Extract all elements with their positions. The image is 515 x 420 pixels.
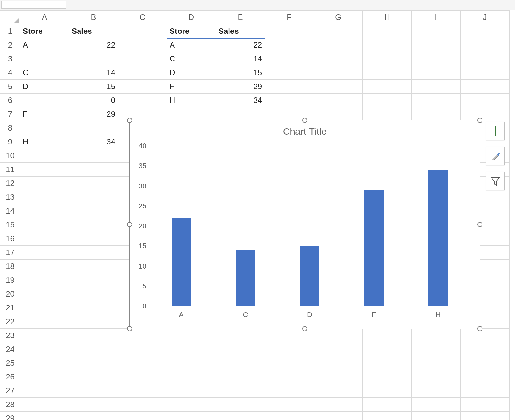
cell-J29[interactable] — [461, 412, 510, 420]
cell-E7[interactable] — [216, 107, 265, 121]
cell-E24[interactable] — [216, 342, 265, 356]
cell-D23[interactable] — [167, 329, 216, 342]
row-header-14[interactable]: 14 — [0, 204, 20, 218]
cell-A11[interactable] — [20, 163, 69, 177]
cell-G4[interactable] — [314, 66, 363, 80]
row-header-7[interactable]: 7 — [0, 107, 20, 121]
cell-A26[interactable] — [20, 370, 69, 384]
cell-A5[interactable]: D — [20, 80, 69, 94]
cell-F24[interactable] — [265, 342, 314, 356]
cell-A10[interactable] — [20, 149, 69, 163]
cell-I24[interactable] — [412, 342, 461, 356]
cell-A22[interactable] — [20, 315, 69, 329]
cell-H3[interactable] — [363, 52, 412, 66]
plot-area[interactable]: 0510152025303540 ACDFH — [149, 146, 470, 306]
cell-H29[interactable] — [363, 412, 412, 420]
cell-F6[interactable] — [265, 94, 314, 107]
cell-I1[interactable] — [412, 24, 461, 38]
column-header-G[interactable]: G — [314, 11, 363, 24]
cell-E25[interactable] — [216, 356, 265, 370]
cell-B11[interactable] — [69, 163, 118, 177]
row-header-2[interactable]: 2 — [0, 38, 20, 52]
cell-F26[interactable] — [265, 370, 314, 384]
resize-handle-n[interactable] — [302, 118, 307, 123]
cell-B2[interactable]: 22 — [69, 38, 118, 52]
cell-B26[interactable] — [69, 370, 118, 384]
cell-A20[interactable] — [20, 287, 69, 301]
cell-J4[interactable] — [461, 66, 510, 80]
cell-B29[interactable] — [69, 412, 118, 420]
cell-A23[interactable] — [20, 329, 69, 342]
cell-G24[interactable] — [314, 342, 363, 356]
cell-H24[interactable] — [363, 342, 412, 356]
cell-B25[interactable] — [69, 356, 118, 370]
cell-D7[interactable] — [167, 107, 216, 121]
cell-D5[interactable]: F — [167, 80, 216, 94]
cell-A19[interactable] — [20, 273, 69, 287]
cell-B18[interactable] — [69, 260, 118, 273]
cell-I7[interactable] — [412, 107, 461, 121]
cell-C26[interactable] — [118, 370, 167, 384]
resize-handle-ne[interactable] — [477, 118, 482, 123]
resize-handle-sw[interactable] — [127, 326, 132, 331]
cell-G2[interactable] — [314, 38, 363, 52]
cell-F2[interactable] — [265, 38, 314, 52]
cell-J2[interactable] — [461, 38, 510, 52]
cell-H23[interactable] — [363, 329, 412, 342]
cell-D1[interactable]: Store — [167, 24, 216, 38]
column-header-B[interactable]: B — [69, 11, 118, 24]
cell-J1[interactable] — [461, 24, 510, 38]
cell-A17[interactable] — [20, 246, 69, 260]
row-header-16[interactable]: 16 — [0, 232, 20, 246]
cell-E1[interactable]: Sales — [216, 24, 265, 38]
row-header-17[interactable]: 17 — [0, 246, 20, 260]
cell-E2[interactable]: 22 — [216, 38, 265, 52]
cell-J28[interactable] — [461, 398, 510, 412]
row-header-9[interactable]: 9 — [0, 135, 20, 149]
row-header-11[interactable]: 11 — [0, 163, 20, 177]
cell-J3[interactable] — [461, 52, 510, 66]
cell-B6[interactable]: 0 — [69, 94, 118, 107]
row-header-26[interactable]: 26 — [0, 370, 20, 384]
row-header-5[interactable]: 5 — [0, 80, 20, 94]
cell-J7[interactable] — [461, 107, 510, 121]
cell-H25[interactable] — [363, 356, 412, 370]
cell-B7[interactable]: 29 — [69, 107, 118, 121]
cell-I4[interactable] — [412, 66, 461, 80]
cell-C5[interactable] — [118, 80, 167, 94]
cell-B19[interactable] — [69, 273, 118, 287]
cell-H4[interactable] — [363, 66, 412, 80]
row-header-23[interactable]: 23 — [0, 329, 20, 342]
column-header-F[interactable]: F — [265, 11, 314, 24]
row-header-1[interactable]: 1 — [0, 24, 20, 38]
cell-B13[interactable] — [69, 190, 118, 204]
cell-B8[interactable] — [69, 121, 118, 135]
cell-A8[interactable] — [20, 121, 69, 135]
row-header-29[interactable]: 29 — [0, 412, 20, 420]
cell-A25[interactable] — [20, 356, 69, 370]
cell-F29[interactable] — [265, 412, 314, 420]
cell-G7[interactable] — [314, 107, 363, 121]
cell-J6[interactable] — [461, 94, 510, 107]
column-header-A[interactable]: A — [20, 11, 69, 24]
cell-D29[interactable] — [167, 412, 216, 420]
cell-B17[interactable] — [69, 246, 118, 260]
cell-A13[interactable] — [20, 190, 69, 204]
cell-B21[interactable] — [69, 301, 118, 315]
cell-I25[interactable] — [412, 356, 461, 370]
row-header-13[interactable]: 13 — [0, 190, 20, 204]
column-header-I[interactable]: I — [412, 11, 461, 24]
chart-styles-button[interactable] — [486, 147, 505, 165]
row-header-6[interactable]: 6 — [0, 94, 20, 107]
cell-A7[interactable]: F — [20, 107, 69, 121]
resize-handle-se[interactable] — [477, 326, 482, 331]
row-header-3[interactable]: 3 — [0, 52, 20, 66]
cell-B16[interactable] — [69, 232, 118, 246]
cell-G25[interactable] — [314, 356, 363, 370]
cell-F27[interactable] — [265, 384, 314, 398]
cell-E23[interactable] — [216, 329, 265, 342]
cell-F4[interactable] — [265, 66, 314, 80]
cell-D24[interactable] — [167, 342, 216, 356]
resize-handle-w[interactable] — [127, 222, 132, 227]
cell-C6[interactable] — [118, 94, 167, 107]
